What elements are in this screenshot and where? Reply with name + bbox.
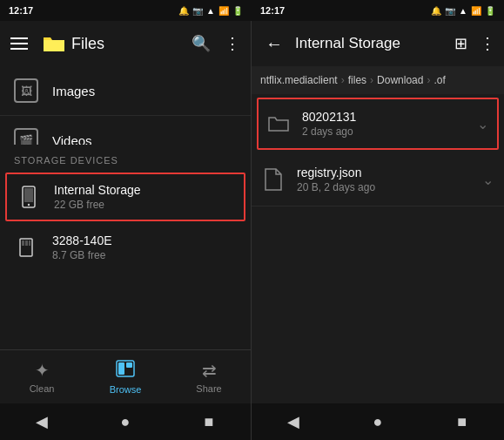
right-status-icons: 🔔 📷 ▲ 📶 🔋 — [431, 6, 495, 16]
folder-chevron-icon: ⌄ — [477, 116, 488, 132]
json-file-meta: 20 B, 2 days ago — [297, 181, 470, 193]
svg-rect-8 — [118, 362, 124, 375]
internal-storage-name: Internal Storage — [54, 183, 141, 197]
folder-svg — [268, 115, 289, 132]
nav-item-images[interactable]: 🖼 Images — [0, 66, 251, 116]
storage-item-sd[interactable]: 3288-140E 8.7 GB free — [0, 223, 251, 272]
right-status-bar: 12:17 🔔 📷 ▲ 📶 🔋 — [252, 0, 504, 21]
browse-svg — [116, 360, 135, 377]
app-title-container: Files — [42, 34, 181, 53]
right-battery-icon: 🔋 — [485, 6, 495, 16]
right-title: Internal Storage — [295, 35, 447, 52]
right-nav-home-btn[interactable]: ● — [362, 406, 393, 437]
breadcrumb-download: Download — [377, 74, 423, 86]
svg-rect-5 — [25, 240, 28, 246]
tab-label-share: Share — [196, 383, 221, 394]
tab-clean[interactable]: ✦ Clean — [0, 353, 84, 401]
internal-storage-free: 22 GB free — [54, 199, 141, 211]
nav-item-videos[interactable]: 🎬 Videos — [0, 116, 251, 145]
internal-storage-icon — [16, 184, 42, 210]
nav-label-videos: Videos — [52, 133, 92, 145]
right-panel: 12:17 🔔 📷 ▲ 📶 🔋 ← Internal Storage ⊞ ⋮ n… — [252, 0, 504, 440]
svg-point-2 — [28, 203, 30, 205]
left-time: 12:17 — [9, 5, 33, 16]
top-bar-icons: 🔍 ⋮ — [192, 34, 240, 53]
search-icon[interactable]: 🔍 — [192, 34, 211, 53]
svg-rect-9 — [126, 362, 132, 368]
breadcrumb-sep3: › — [427, 74, 430, 86]
files-logo-icon — [42, 34, 66, 53]
breadcrumb-sep1: › — [341, 74, 345, 86]
files-logo-svg — [42, 34, 66, 53]
breadcrumb-sep2: › — [370, 74, 373, 86]
left-back-icon: ◀ — [36, 412, 48, 431]
hamburger-menu[interactable] — [10, 33, 31, 54]
left-status-bar: 12:17 🔔 📷 ▲ 📶 🔋 — [0, 0, 252, 21]
svg-rect-6 — [29, 240, 30, 246]
sd-storage-name: 3288-140E — [52, 234, 112, 247]
clean-icon: ✦ — [35, 360, 50, 381]
right-nav-home-icon: ● — [373, 413, 383, 431]
right-signal-icon: ▲ — [459, 6, 467, 16]
breadcrumb: ntflix.mediaclient › files › Download › … — [252, 66, 504, 94]
right-back-button[interactable]: ← — [260, 30, 288, 58]
battery-icon: 🔋 — [232, 6, 243, 16]
folder-meta: 2 days ago — [302, 125, 465, 138]
breadcrumb-of: .of — [433, 74, 445, 86]
json-file-info: registry.json 20 B, 2 days ago — [297, 166, 470, 193]
file-list: 80202131 2 days ago ⌄ registry.json 20 B… — [252, 94, 504, 403]
images-icon: 🖼 — [14, 78, 38, 103]
bottom-tabs: ✦ Clean Browse ⇄ Share — [0, 349, 251, 403]
browse-icon — [116, 360, 135, 382]
storage-item-internal[interactable]: Internal Storage 22 GB free — [5, 173, 245, 221]
json-chevron-icon: ⌄ — [482, 172, 494, 188]
svg-rect-4 — [22, 240, 24, 246]
folder-name: 80202131 — [302, 110, 465, 124]
more-options-icon[interactable]: ⋮ — [225, 34, 240, 53]
folder-info: 80202131 2 days ago — [302, 110, 465, 138]
signal-icon: ▲ — [206, 6, 215, 16]
left-recents-btn[interactable]: ■ — [193, 406, 225, 437]
breadcrumb-netflix: ntflix.mediaclient — [260, 74, 338, 86]
left-top-bar: Files 🔍 ⋮ — [0, 21, 251, 66]
json-file-icon — [262, 168, 285, 191]
file-svg — [264, 168, 283, 191]
sd-storage-free: 8.7 GB free — [52, 249, 112, 261]
right-back-arrow-icon: ← — [265, 34, 283, 54]
right-nav-back-btn[interactable]: ◀ — [278, 406, 309, 437]
tab-label-clean: Clean — [30, 383, 55, 394]
right-more-options-icon[interactable]: ⋮ — [480, 34, 495, 53]
tab-share[interactable]: ⇄ Share — [167, 353, 251, 401]
nav-label-images: Images — [52, 84, 95, 98]
file-item-folder[interactable]: 80202131 2 days ago ⌄ — [257, 98, 499, 150]
left-recents-icon: ■ — [205, 413, 214, 431]
sdcard-svg — [16, 236, 38, 259]
right-camera-icon: 📷 — [445, 6, 455, 16]
folder-icon — [267, 115, 290, 132]
left-home-btn[interactable]: ● — [110, 406, 141, 437]
sd-storage-info: 3288-140E 8.7 GB free — [52, 234, 112, 261]
grid-view-icon[interactable]: ⊞ — [454, 34, 467, 53]
internal-storage-info: Internal Storage 22 GB free — [54, 183, 141, 211]
right-nav-recents-icon: ■ — [457, 413, 467, 431]
right-top-bar: ← Internal Storage ⊞ ⋮ — [252, 21, 504, 66]
sd-card-icon — [14, 234, 40, 261]
tab-browse[interactable]: Browse — [84, 353, 167, 402]
app-title: Files — [71, 35, 104, 53]
wifi-icon: 📶 — [218, 6, 229, 16]
right-wifi-icon: 📶 — [471, 6, 481, 16]
share-icon: ⇄ — [202, 360, 217, 381]
breadcrumb-files: files — [348, 74, 366, 86]
camera-icon: 📷 — [192, 6, 203, 16]
json-file-name: registry.json — [297, 166, 470, 179]
right-notification-icon: 🔔 — [431, 6, 441, 16]
storage-section-header: STORAGE DEVICES — [0, 145, 251, 171]
left-back-btn[interactable]: ◀ — [26, 406, 57, 437]
hamburger-line — [10, 43, 28, 44]
videos-icon: 🎬 — [14, 128, 38, 145]
right-top-icons: ⊞ ⋮ — [454, 34, 495, 53]
right-time: 12:17 — [260, 5, 285, 16]
file-item-json[interactable]: registry.json 20 B, 2 days ago ⌄ — [252, 153, 504, 206]
svg-rect-1 — [24, 188, 33, 202]
right-nav-recents-btn[interactable]: ■ — [447, 406, 478, 437]
